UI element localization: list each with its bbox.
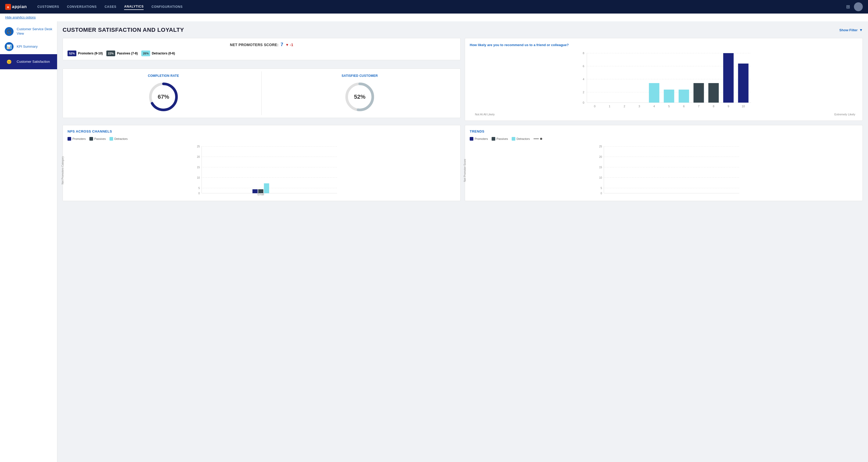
nps-score-row: NET PROMOTERS SCORE: 7 ▼ -1 bbox=[67, 42, 456, 47]
completion-rate-section: COMPLETION RATE 67% bbox=[65, 71, 262, 115]
nav-cases[interactable]: CASES bbox=[104, 4, 116, 10]
completion-rate-gauge: 67% bbox=[148, 81, 179, 112]
passives-label: Passives (7-8) bbox=[117, 52, 137, 55]
svg-text:5: 5 bbox=[600, 187, 602, 190]
page-title: CUSTOMER SATISFACTION AND LOYALTY bbox=[63, 27, 184, 33]
svg-text:0: 0 bbox=[600, 192, 602, 195]
nps-delta-value: -1 bbox=[290, 43, 293, 47]
trends-legend-detractors-box bbox=[512, 137, 515, 141]
svg-text:6: 6 bbox=[583, 65, 584, 68]
svg-text:2: 2 bbox=[583, 91, 584, 94]
sidebar-item-kpi[interactable]: 📊 KPI Summary bbox=[0, 39, 57, 54]
trends-svg: 25 20 15 10 5 0 bbox=[477, 144, 858, 196]
sidebar-item-customer-satisfaction[interactable]: 😊 Customer Satisfaction bbox=[0, 54, 57, 69]
trends-legend-line-icon bbox=[534, 138, 539, 139]
trends-legend-promoters: Promoters bbox=[470, 137, 488, 141]
legend-detractors-box bbox=[110, 137, 113, 141]
svg-text:25: 25 bbox=[599, 145, 602, 148]
nps-label: NET PROMOTERS SCORE: bbox=[230, 43, 278, 47]
svg-rect-31 bbox=[709, 83, 719, 103]
sidebar-item-satisfaction-label: Customer Satisfaction bbox=[17, 60, 50, 64]
nav-right-controls: ⊞ bbox=[846, 2, 863, 11]
svg-text:4: 4 bbox=[583, 77, 584, 81]
gauges-row: COMPLETION RATE 67% bbox=[65, 71, 458, 115]
grid-icon[interactable]: ⊞ bbox=[846, 4, 850, 10]
app-logo[interactable]: a appian bbox=[5, 4, 27, 10]
hide-analytics-link[interactable]: Hide analytics options bbox=[0, 13, 868, 21]
filter-icon: ▼ bbox=[859, 28, 863, 32]
legend-passives-box bbox=[89, 137, 93, 141]
svg-text:8: 8 bbox=[583, 52, 584, 55]
nav-customers[interactable]: CUSTOMERS bbox=[37, 4, 59, 10]
sidebar-item-customer-service[interactable]: 🎧 Customer Service Desk View bbox=[0, 24, 57, 39]
bar-chart-card: How likely are you to recommend us to a … bbox=[465, 38, 863, 121]
svg-text:8: 8 bbox=[713, 105, 714, 108]
svg-rect-27 bbox=[679, 90, 689, 103]
main-content: CUSTOMER SATISFACTION AND LOYALTY Show F… bbox=[57, 21, 868, 462]
satisfaction-icon: 😊 bbox=[5, 57, 13, 66]
svg-rect-25 bbox=[664, 90, 674, 103]
svg-text:10: 10 bbox=[742, 105, 745, 108]
passives-badge: 22% Passives (7-8) bbox=[106, 51, 137, 56]
svg-text:4: 4 bbox=[653, 105, 655, 108]
trends-legend-detractors-label: Detractors bbox=[517, 137, 530, 140]
trends-legend-detractors: Detractors bbox=[512, 137, 530, 141]
legend-promoters-box bbox=[67, 137, 71, 141]
nps-channels-legend: Promoters Passives Detractors bbox=[67, 137, 456, 141]
legend-passives: Passives bbox=[89, 137, 106, 141]
satisfied-customer-title: SATISFIED CUSTOMER bbox=[342, 74, 378, 77]
satisfied-customer-value: 52% bbox=[354, 94, 366, 100]
detractors-badge: 26% Detractors (0-6) bbox=[141, 51, 175, 56]
nps-delta: ▼ -1 bbox=[285, 43, 293, 47]
nav-configurations[interactable]: CONFIGURATIONS bbox=[151, 4, 183, 10]
trends-chart-wrapper: Net Promoter Score 25 20 15 10 5 bbox=[470, 144, 858, 197]
svg-rect-50 bbox=[253, 189, 258, 193]
sidebar: 🎧 Customer Service Desk View 📊 KPI Summa… bbox=[0, 21, 57, 462]
satisfied-customer-section: SATISFIED CUSTOMER 52% bbox=[262, 71, 458, 115]
nav-conversations[interactable]: CONVERSATIONS bbox=[67, 4, 97, 10]
user-avatar[interactable] bbox=[854, 2, 863, 11]
detractors-dot: 26% bbox=[141, 51, 150, 56]
nav-analytics[interactable]: ANALYTICS bbox=[124, 4, 144, 10]
logo-icon: a bbox=[5, 4, 11, 10]
customer-service-icon: 🎧 bbox=[5, 27, 13, 36]
trends-legend-line bbox=[534, 138, 542, 140]
svg-rect-52 bbox=[264, 183, 269, 193]
svg-text:0: 0 bbox=[198, 192, 200, 195]
svg-text:0: 0 bbox=[594, 105, 595, 108]
nps-channels-title: NPS ACROSS CHANNELS bbox=[67, 129, 456, 133]
svg-rect-23 bbox=[649, 83, 659, 103]
top-navigation: a appian CUSTOMERS CONVERSATIONS CASES A… bbox=[0, 0, 868, 13]
show-filter-label: Show Filter bbox=[839, 28, 858, 32]
svg-text:6: 6 bbox=[683, 105, 684, 108]
svg-text:2: 2 bbox=[623, 105, 625, 108]
completion-rate-value: 67% bbox=[158, 94, 169, 100]
nps-score-value: 7 bbox=[280, 42, 283, 47]
trends-legend-promoters-box bbox=[470, 137, 473, 141]
promoters-badge: 52% Promoters (9-10) bbox=[67, 51, 103, 56]
nps-channels-card: NPS ACROSS CHANNELS Promoters Passives bbox=[63, 125, 461, 201]
detractors-label: Detractors (0-6) bbox=[152, 52, 175, 55]
promoters-dot: 52% bbox=[67, 51, 76, 56]
trends-card: TRENDS Promoters Passives Detractors bbox=[465, 125, 863, 201]
show-filter-button[interactable]: Show Filter ▼ bbox=[839, 28, 863, 32]
legend-passives-label: Passives bbox=[94, 137, 106, 140]
sidebar-item-customer-service-label: Customer Service Desk View bbox=[17, 27, 53, 36]
sidebar-item-kpi-label: KPI Summary bbox=[17, 44, 37, 49]
svg-text:0: 0 bbox=[583, 101, 584, 104]
legend-detractors-label: Detractors bbox=[115, 137, 128, 140]
svg-text:20: 20 bbox=[197, 156, 200, 158]
not-at-all-label: Not At All Likely bbox=[475, 113, 495, 116]
svg-rect-29 bbox=[693, 83, 704, 103]
legend-promoters: Promoters bbox=[67, 137, 86, 141]
kpi-icon: 📊 bbox=[5, 42, 13, 51]
svg-text:25: 25 bbox=[197, 145, 200, 148]
nps-score-card: NET PROMOTERS SCORE: 7 ▼ -1 52% Promoter… bbox=[63, 38, 461, 60]
nps-channels-chart-wrapper: Net Promoters Category 25 20 15 10 5 bbox=[67, 144, 456, 197]
bottom-row: NPS ACROSS CHANNELS Promoters Passives bbox=[63, 125, 863, 201]
svg-text:10: 10 bbox=[599, 176, 602, 179]
svg-text:15: 15 bbox=[197, 166, 200, 169]
promoters-label: Promoters (9-10) bbox=[78, 52, 103, 55]
main-container: Hide analytics options 🎧 Customer Servic… bbox=[0, 13, 868, 462]
svg-rect-35 bbox=[738, 64, 749, 103]
